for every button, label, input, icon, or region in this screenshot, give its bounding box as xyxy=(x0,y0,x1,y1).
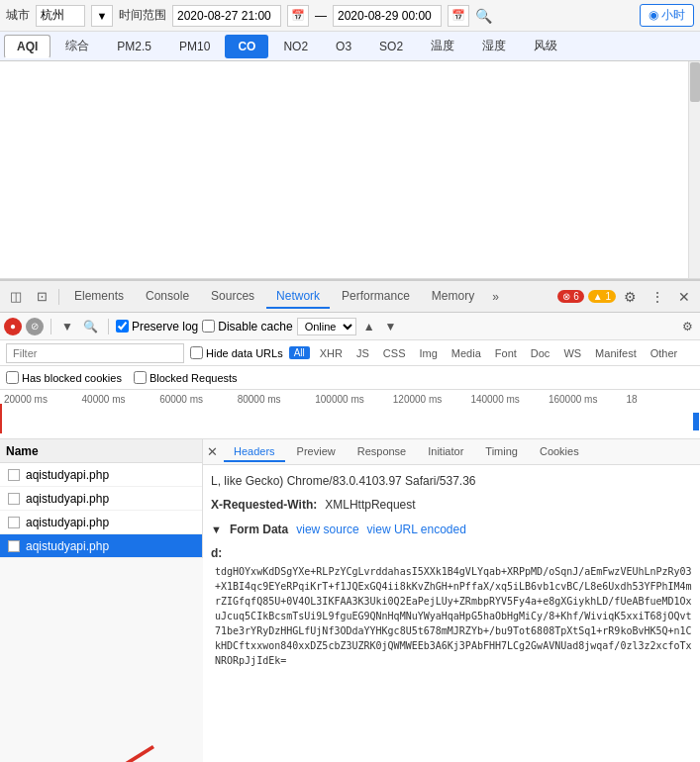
form-d-key: d: xyxy=(211,546,222,560)
timeline: 20000 ms 40000 ms 60000 ms 80000 ms 1000… xyxy=(0,390,700,439)
chart-scrollbar-thumb[interactable] xyxy=(690,62,700,102)
hide-data-urls-checkbox[interactable]: Hide data URLs xyxy=(190,346,283,359)
tab-co[interactable]: CO xyxy=(225,35,268,58)
tab-pm25[interactable]: PM2.5 xyxy=(104,35,164,58)
devtools-tab-sources[interactable]: Sources xyxy=(201,285,264,309)
toolbar-sep-2 xyxy=(108,319,109,334)
city-select-btn[interactable]: ▼ xyxy=(91,5,113,27)
time-end-input[interactable] xyxy=(333,5,442,27)
devtools-device-icon[interactable]: ⊡ xyxy=(30,285,53,309)
devtools-settings-icon[interactable]: ⚙ xyxy=(618,285,643,309)
filter-img-btn[interactable]: Img xyxy=(415,346,441,360)
devtools-toolbar: ● ⊘ ▼ 🔍 Preserve log Disable cache Onlin… xyxy=(0,313,700,340)
devtools-tab-console[interactable]: Console xyxy=(136,285,199,309)
devtools-tab-performance[interactable]: Performance xyxy=(332,285,420,309)
record-btn[interactable]: ● xyxy=(4,318,22,335)
filter-input[interactable] xyxy=(6,343,184,363)
view-source-link[interactable]: view source xyxy=(296,520,358,539)
tab-wind[interactable]: 风级 xyxy=(521,33,570,59)
detail-tab-preview[interactable]: Preview xyxy=(287,442,346,462)
network-settings-btn[interactable]: ⚙ xyxy=(679,318,696,335)
file-list-wrapper: Name aqistudyapi.php aqistudyapi.php aqi… xyxy=(0,439,203,762)
filter-ws-btn[interactable]: WS xyxy=(559,346,585,360)
devtools-nav: ◫ ⊡ Elements Console Sources Network Per… xyxy=(0,281,700,313)
filter-js-btn[interactable]: JS xyxy=(352,346,373,360)
time-separator: — xyxy=(315,9,327,23)
form-d-val: tdgHOYxwKdDSgYXe+RLPzYCgLvrddahasI5XXk1B… xyxy=(215,564,692,668)
file-checkbox-1[interactable] xyxy=(8,469,20,481)
blocked-row: Has blocked cookies Blocked Requests xyxy=(0,366,700,390)
throttle-select[interactable]: Online xyxy=(297,318,356,335)
file-item-1[interactable]: aqistudyapi.php xyxy=(0,463,202,487)
filter-other-btn[interactable]: Other xyxy=(647,346,682,360)
devtools-tab-elements[interactable]: Elements xyxy=(64,285,134,309)
file-name-4: aqistudyapi.php xyxy=(26,539,109,553)
import-har-btn[interactable]: ▲ xyxy=(360,318,378,335)
detail-tab-cookies[interactable]: Cookies xyxy=(530,442,589,462)
filter-xhr-btn[interactable]: XHR xyxy=(316,346,347,360)
filter-css-btn[interactable]: CSS xyxy=(379,346,410,360)
filter-icon-btn[interactable]: ▼ xyxy=(58,318,76,335)
devtools-close-icon[interactable]: ✕ xyxy=(672,285,696,309)
detail-content: L, like Gecko) Chrome/83.0.4103.97 Safar… xyxy=(203,465,700,674)
tab-temp[interactable]: 温度 xyxy=(418,33,467,59)
city-input[interactable] xyxy=(36,5,85,27)
search-btn[interactable]: 🔍 xyxy=(475,8,492,24)
chart-scrollbar[interactable] xyxy=(688,61,700,278)
file-name-1: aqistudyapi.php xyxy=(26,468,109,482)
preserve-log-checkbox[interactable]: Preserve log xyxy=(116,320,198,333)
devtools-inspect-icon[interactable]: ◫ xyxy=(4,285,28,309)
tab-zonghe[interactable]: 综合 xyxy=(52,33,102,59)
chart-area xyxy=(0,61,700,279)
filter-manifest-btn[interactable]: Manifest xyxy=(591,346,641,360)
disable-cache-checkbox[interactable]: Disable cache xyxy=(202,320,292,333)
main-tab-bar: AQI 综合 PM2.5 PM10 CO NO2 O3 SO2 温度 湿度 风级 xyxy=(0,32,700,61)
tl-label-9: 18 xyxy=(623,394,701,405)
tab-humidity[interactable]: 湿度 xyxy=(469,33,519,59)
toolbar-sep-1 xyxy=(50,319,51,334)
filter-font-btn[interactable]: Font xyxy=(491,346,521,360)
detail-close-btn[interactable]: ✕ xyxy=(207,444,218,459)
file-item-2[interactable]: aqistudyapi.php xyxy=(0,487,202,511)
filter-media-btn[interactable]: Media xyxy=(448,346,485,360)
file-name-3: aqistudyapi.php xyxy=(26,516,109,529)
detail-tab-response[interactable]: Response xyxy=(348,442,417,462)
small-screen-btn[interactable]: ◉ 小时 xyxy=(640,4,694,27)
x-requested-with-row: X-Requested-With: XMLHttpRequest xyxy=(211,495,692,515)
top-toolbar: 城市 ▼ 时间范围 📅 — 📅 🔍 ◉ 小时 xyxy=(0,0,700,32)
name-column-header: Name xyxy=(6,444,39,458)
filter-doc-btn[interactable]: Doc xyxy=(527,346,554,360)
tab-o3[interactable]: O3 xyxy=(323,35,364,58)
detail-tab-timing[interactable]: Timing xyxy=(475,442,528,462)
export-har-btn[interactable]: ▼ xyxy=(382,318,400,335)
timeline-labels: 20000 ms 40000 ms 60000 ms 80000 ms 1000… xyxy=(0,390,700,405)
time-start-input[interactable] xyxy=(172,5,281,27)
tab-so2[interactable]: SO2 xyxy=(366,35,416,58)
file-checkbox-2[interactable] xyxy=(8,493,20,505)
detail-tab-initiator[interactable]: Initiator xyxy=(418,442,473,462)
search-icon-btn[interactable]: 🔍 xyxy=(80,318,101,335)
form-data-header: ▼ Form Data view source view URL encoded xyxy=(211,520,692,539)
filter-all-btn[interactable]: All xyxy=(289,346,310,359)
file-item-3[interactable]: aqistudyapi.php xyxy=(0,511,202,534)
time-end-picker[interactable]: 📅 xyxy=(448,5,469,27)
tab-pm10[interactable]: PM10 xyxy=(166,35,223,58)
has-blocked-cookies-checkbox[interactable]: Has blocked cookies xyxy=(6,371,122,384)
detail-tab-headers[interactable]: Headers xyxy=(224,442,285,462)
user-agent-row: L, like Gecko) Chrome/83.0.4103.97 Safar… xyxy=(211,471,692,491)
devtools-tab-network[interactable]: Network xyxy=(266,285,330,309)
devtools-tab-memory[interactable]: Memory xyxy=(422,285,484,309)
tab-no2[interactable]: NO2 xyxy=(270,35,321,58)
file-checkbox-4[interactable] xyxy=(8,540,20,552)
devtools-more-tabs[interactable]: » xyxy=(486,286,505,308)
svg-line-0 xyxy=(104,747,153,763)
file-checkbox-3[interactable] xyxy=(8,517,20,528)
view-url-encoded-link[interactable]: view URL encoded xyxy=(367,520,466,539)
file-item-4[interactable]: aqistudyapi.php xyxy=(0,534,202,558)
tab-aqi[interactable]: AQI xyxy=(4,35,50,58)
devtools-dots-icon[interactable]: ⋮ xyxy=(645,285,670,309)
clear-btn[interactable]: ⊘ xyxy=(26,318,44,335)
time-start-picker[interactable]: 📅 xyxy=(287,5,309,27)
warn-badge: ▲ 1 xyxy=(588,290,616,303)
blocked-requests-checkbox[interactable]: Blocked Requests xyxy=(134,371,238,384)
